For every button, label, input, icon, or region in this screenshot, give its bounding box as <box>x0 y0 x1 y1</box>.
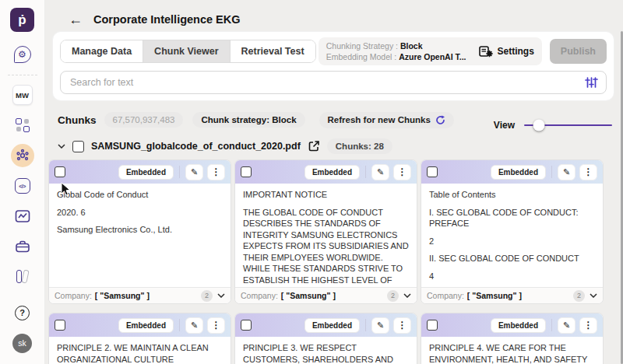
chunk-menu-button[interactable]: ⋮ <box>579 164 597 180</box>
chunk-card[interactable]: Embedded ✎ ⋮ PRINCIPLE 4. WE CARE FOR TH… <box>421 313 604 364</box>
app-logo-icon[interactable]: ṗ <box>10 8 34 32</box>
settings-button[interactable]: Settings <box>479 46 534 58</box>
filter-sliders-icon[interactable] <box>585 76 598 89</box>
topbar: ← Corporate Intelligence EKG <box>48 0 623 30</box>
chevron-down-icon[interactable] <box>403 293 411 298</box>
chunk-checkbox[interactable] <box>241 166 252 177</box>
embedding-model-value: Azure OpenAI T... <box>399 52 466 61</box>
sidebar-item-apps[interactable] <box>11 114 34 137</box>
edit-chunk-button[interactable]: ✎ <box>371 317 389 334</box>
refresh-chunks-button[interactable]: Refresh for new Chunks <box>319 112 454 128</box>
metadata-count-badge: 2 <box>573 290 585 302</box>
embedded-badge: Embedded <box>118 165 174 180</box>
metadata-value: [ "Samsung" ] <box>281 291 336 300</box>
chunking-strategy-label: Chunking Strategy : <box>326 41 398 51</box>
sidebar-item-knowledge-graph[interactable] <box>11 144 34 167</box>
chunk-card-header: Embedded ✎ ⋮ <box>49 160 231 184</box>
help-icon: ? <box>15 306 30 320</box>
file-checkbox[interactable] <box>72 141 84 152</box>
view-slider[interactable] <box>524 124 612 127</box>
sidebar: ṗ ⚙ MW </> ? <box>0 0 45 364</box>
help-button[interactable]: ? <box>11 301 34 324</box>
refresh-label: Refresh for new Chunks <box>328 115 431 124</box>
chunk-checkbox[interactable] <box>55 320 65 331</box>
chunk-card-header: Embedded ✎ ⋮ <box>235 313 417 337</box>
edit-chunk-button[interactable]: ✎ <box>558 164 575 180</box>
network-icon <box>16 149 30 163</box>
edit-chunk-button[interactable]: ✎ <box>185 317 203 334</box>
header-divider <box>179 166 180 178</box>
metadata-value: [ "Samsung" ] <box>467 291 522 300</box>
header-divider <box>365 319 366 331</box>
sidebar-item-toolbox[interactable] <box>11 235 34 258</box>
sidebar-divider <box>8 75 37 75</box>
search-input[interactable] <box>60 71 607 94</box>
chunk-card[interactable]: Embedded ✎ ⋮ PRINCIPLE 3. WE RESPECT CUS… <box>234 313 417 364</box>
chunk-text: Global Code of Conduct2020. 6Samsung Ele… <box>49 184 231 287</box>
chevron-down-icon[interactable] <box>58 144 65 149</box>
metadata-value: [ "Samsung" ] <box>95 291 150 300</box>
view-slider-thumb[interactable] <box>533 120 545 131</box>
chunk-metadata-footer[interactable]: Company: [ "Samsung" ] 2 <box>235 287 417 303</box>
chunk-checkbox[interactable] <box>427 320 438 331</box>
chunk-checkbox[interactable] <box>55 166 65 177</box>
tab-manage-data[interactable]: Manage Data <box>61 40 143 62</box>
embedded-badge: Embedded <box>491 165 546 180</box>
file-chunks-badge: Chunks: 28 <box>327 138 392 154</box>
sidebar-item-code[interactable]: </> <box>11 174 34 198</box>
embedded-badge: Embedded <box>304 165 360 180</box>
chat-gear-icon: ⚙ <box>14 46 31 63</box>
chunk-card[interactable]: Embedded ✎ ⋮ Table of ContentsI. SEC GLO… <box>421 159 604 304</box>
toolbar-panel: Manage Data Chunk Viewer Retrieval Test … <box>53 32 614 100</box>
edit-chunk-button[interactable]: ✎ <box>185 164 203 180</box>
sidebar-item-analytics[interactable] <box>11 205 34 228</box>
chunk-metadata-footer[interactable]: Company: [ "Samsung" ] 2 <box>49 287 231 303</box>
header-divider <box>551 319 552 331</box>
open-external-icon[interactable] <box>308 140 320 152</box>
tab-chunk-viewer[interactable]: Chunk Viewer <box>143 40 230 62</box>
embedded-badge: Embedded <box>118 318 174 333</box>
chunk-menu-button[interactable]: ⋮ <box>393 164 411 180</box>
chevron-down-icon[interactable] <box>217 293 225 298</box>
chunk-metadata-footer[interactable]: Company: [ "Samsung" ] 2 <box>421 287 603 303</box>
chunk-menu-button[interactable]: ⋮ <box>579 317 597 334</box>
edit-chunk-button[interactable]: ✎ <box>558 317 575 334</box>
publish-button[interactable]: Publish <box>550 39 607 64</box>
chart-icon <box>15 209 30 223</box>
workspace-avatar: MW <box>12 85 33 105</box>
metadata-label: Company: <box>241 291 278 300</box>
embedded-badge: Embedded <box>304 318 360 333</box>
user-avatar: sk <box>12 334 32 353</box>
search-bar <box>60 71 607 94</box>
sidebar-item-workspace[interactable]: MW <box>11 83 34 107</box>
chunk-text: PRINCIPLE 3. WE RESPECT CUSTOMERS, SHARE… <box>235 337 417 364</box>
header-divider <box>365 166 366 178</box>
chunk-menu-button[interactable]: ⋮ <box>207 164 225 180</box>
tab-retrieval-test[interactable]: Retrieval Test <box>231 40 315 62</box>
metadata-label: Company: <box>427 291 464 300</box>
chunk-checkbox[interactable] <box>241 320 252 331</box>
chunk-card[interactable]: Embedded ✎ ⋮ PRINCIPLE 2. WE MAINTAIN A … <box>48 313 231 364</box>
chunk-card[interactable]: Embedded ✎ ⋮ IMPORTANT NOTICETHE GLOBAL … <box>234 159 417 304</box>
sidebar-item-chat[interactable]: ⚙ <box>11 43 34 66</box>
chunk-card-header: Embedded ✎ ⋮ <box>421 160 603 184</box>
chunks-count-badge: 67,570,937,483 <box>104 112 184 128</box>
tab-group: Manage Data Chunk Viewer Retrieval Test <box>60 40 316 63</box>
view-control: View <box>494 120 612 131</box>
header-divider <box>551 166 552 178</box>
user-menu[interactable]: sk <box>11 331 34 355</box>
sidebar-item-library[interactable] <box>11 265 34 289</box>
file-name: SAMSUNG_globalcode_of_conduct_2020.pdf <box>91 141 301 152</box>
edit-chunk-button[interactable]: ✎ <box>371 164 389 180</box>
code-icon: </> <box>15 178 30 194</box>
chunk-checkbox[interactable] <box>427 166 438 177</box>
chevron-down-icon[interactable] <box>590 293 597 298</box>
file-row: SAMSUNG_globalcode_of_conduct_2020.pdf C… <box>58 137 612 156</box>
chunks-title: Chunks <box>58 114 97 126</box>
back-button[interactable]: ← <box>69 12 83 26</box>
chunks-toolbar: Chunks 67,570,937,483 Chunk strategy: Bl… <box>58 110 612 129</box>
chunk-menu-button[interactable]: ⋮ <box>393 317 411 334</box>
chunk-card[interactable]: Embedded ✎ ⋮ Global Code of Conduct2020.… <box>48 159 231 304</box>
chunk-menu-button[interactable]: ⋮ <box>207 317 225 334</box>
chunk-card-header: Embedded ✎ ⋮ <box>49 313 231 337</box>
